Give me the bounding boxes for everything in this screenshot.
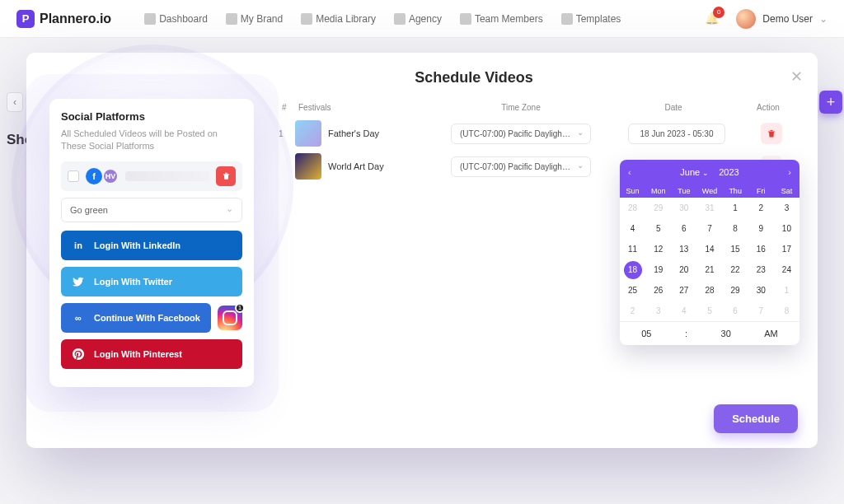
calendar-day[interactable]: 6 <box>723 301 748 321</box>
calendar-day[interactable]: 2 <box>620 301 645 321</box>
time-sep: : <box>685 329 687 338</box>
calendar-day[interactable]: 1 <box>774 280 799 301</box>
timezone-select[interactable]: (UTC-07:00) Pacific Daylight Time (U... <box>451 124 591 144</box>
instagram-badge: 1 <box>235 303 245 313</box>
calendar-day[interactable]: 17 <box>774 239 799 259</box>
brand-dropdown[interactable]: Go green <box>61 198 242 222</box>
pinterest-icon <box>71 347 86 362</box>
festival-name: World Art Day <box>328 161 384 171</box>
calendar-day[interactable]: 31 <box>696 198 722 218</box>
video-thumb-icon <box>295 153 321 180</box>
social-platforms-panel: Social Platforms All Scheduled Videos wi… <box>49 99 254 387</box>
modal-title: Schedule Videos <box>150 69 798 86</box>
calendar-day[interactable]: 4 <box>671 301 696 321</box>
login-linkedin-button[interactable]: in Login With LinkedIn <box>61 231 242 260</box>
calendar-day[interactable]: 12 <box>645 239 671 259</box>
calendar-day[interactable]: 1 <box>723 198 748 218</box>
minute-input[interactable]: 30 <box>721 329 731 338</box>
next-month-icon[interactable]: › <box>785 167 795 177</box>
calendar-day[interactable]: 27 <box>671 280 696 301</box>
calendar-day[interactable]: 5 <box>696 301 722 321</box>
festival-name: Father's Day <box>328 128 379 138</box>
social-title: Social Platforms <box>61 110 242 123</box>
calendar-day[interactable]: 4 <box>620 218 645 239</box>
prev-month-icon[interactable]: ‹ <box>625 167 635 177</box>
calendar-day[interactable]: 15 <box>723 239 748 259</box>
video-thumb-icon <box>295 120 321 147</box>
checkbox[interactable] <box>68 170 79 182</box>
calendar-day[interactable]: 29 <box>723 280 748 301</box>
login-twitter-button[interactable]: Login With Twitter <box>61 267 242 296</box>
timezone-select[interactable]: (UTC-07:00) Pacific Daylight Time (U... <box>451 156 591 177</box>
dow-label: Wed <box>696 187 722 195</box>
dow-label: Sun <box>620 187 645 195</box>
calendar-day[interactable]: 2 <box>748 198 774 218</box>
calendar-day[interactable]: 16 <box>748 239 774 259</box>
facebook-icon: f <box>86 168 102 184</box>
btn-label: Continue With Facebook <box>94 313 200 323</box>
th-tz: Time Zone <box>438 103 603 112</box>
row-num: 1 <box>279 129 295 138</box>
calendar-day[interactable]: 6 <box>671 218 696 239</box>
year-select[interactable]: 2023 <box>719 167 738 177</box>
month-select[interactable]: June ⌄ <box>680 167 709 177</box>
th-fest: Festivals <box>298 103 438 112</box>
calendar-day[interactable]: 21 <box>696 259 722 280</box>
calendar-day[interactable]: 10 <box>774 218 799 239</box>
th-date: Date <box>603 103 743 112</box>
ampm-toggle[interactable]: AM <box>764 329 778 338</box>
calendar-day[interactable]: 30 <box>748 280 774 301</box>
calendar-day[interactable]: 5 <box>645 218 671 239</box>
calendar-day[interactable]: 26 <box>645 280 671 301</box>
table-header: # Festivals Time Zone Date Action <box>274 98 801 117</box>
th-action: Action <box>743 103 793 112</box>
calendar-day[interactable]: 29 <box>645 198 671 218</box>
social-subtitle: All Scheduled Videos will be Posted on T… <box>61 128 242 153</box>
calendar-day[interactable]: 19 <box>645 259 671 280</box>
calendar-day[interactable]: 8 <box>723 218 748 239</box>
calendar-day[interactable]: 18 <box>620 259 645 280</box>
table-row: 1 Father's Day (UTC-07:00) Pacific Dayli… <box>274 117 801 150</box>
calendar-day[interactable]: 22 <box>723 259 748 280</box>
calendar-day[interactable]: 25 <box>620 280 645 301</box>
calendar-day[interactable]: 3 <box>645 301 671 321</box>
calendar-grid: 2829303112345678910111213141516171819202… <box>620 198 799 321</box>
calendar-day[interactable]: 28 <box>620 198 645 218</box>
dow-label: Sat <box>774 187 799 195</box>
calendar-day[interactable]: 3 <box>774 198 799 218</box>
dow-label: Fri <box>748 187 774 195</box>
login-pinterest-button[interactable]: Login With Pinterest <box>61 339 242 369</box>
remove-account-button[interactable] <box>216 166 236 186</box>
dow-label: Tue <box>671 187 696 195</box>
date-input[interactable]: 18 Jun 2023 - 05:30 <box>628 124 726 144</box>
calendar-day[interactable]: 28 <box>696 280 722 301</box>
schedule-button[interactable]: Schedule <box>714 404 798 433</box>
login-facebook-button[interactable]: ∞ Continue With Facebook <box>61 303 211 333</box>
btn-label: Login With Pinterest <box>94 349 182 359</box>
calendar-day[interactable]: 30 <box>671 198 696 218</box>
twitter-icon <box>71 274 86 289</box>
calendar-day[interactable]: 7 <box>748 301 774 321</box>
calendar-day[interactable]: 23 <box>748 259 774 280</box>
btn-label: Login With LinkedIn <box>94 240 181 250</box>
delete-button[interactable] <box>761 123 782 144</box>
facebook-icon: ∞ <box>71 310 86 325</box>
calendar-day[interactable]: 13 <box>671 239 696 259</box>
linkedin-icon: in <box>71 238 86 253</box>
calendar-day[interactable]: 8 <box>774 301 799 321</box>
account-name-blurred <box>125 171 209 181</box>
calendar-day[interactable]: 24 <box>774 259 799 280</box>
calendar-day[interactable]: 20 <box>671 259 696 280</box>
hour-input[interactable]: 05 <box>641 329 651 338</box>
calendar-day[interactable]: 11 <box>620 239 645 259</box>
trash-icon <box>767 128 776 138</box>
instagram-button[interactable]: 1 <box>218 306 242 330</box>
calendar-day[interactable]: 14 <box>696 239 722 259</box>
th-num: # <box>282 103 298 112</box>
btn-label: Login With Twitter <box>94 277 172 287</box>
close-icon[interactable]: ✕ <box>790 68 803 86</box>
trash-icon <box>222 171 231 180</box>
dow-label: Mon <box>645 187 671 195</box>
calendar-day[interactable]: 7 <box>696 218 722 239</box>
calendar-day[interactable]: 9 <box>748 218 774 239</box>
